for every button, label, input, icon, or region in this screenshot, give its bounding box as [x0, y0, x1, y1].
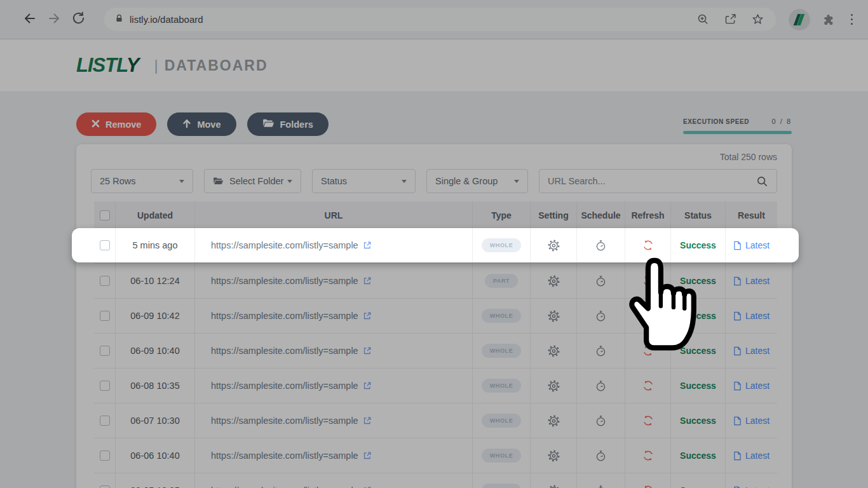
- url-cell[interactable]: https://samplesite.com/listly=sample: [211, 240, 358, 250]
- screen: listly.io/databoard LISTLY | DATABOARD R…: [0, 0, 868, 488]
- external-link-icon[interactable]: [363, 241, 372, 250]
- updated-cell: 5 mins ago: [116, 228, 195, 262]
- status-cell: Success: [680, 240, 716, 250]
- refresh-icon[interactable]: [642, 239, 654, 252]
- row-checkbox[interactable]: [100, 240, 110, 250]
- type-badge: WHOLE: [482, 238, 522, 252]
- tutorial-hand-cursor: [621, 254, 699, 358]
- schedule-stopwatch-icon[interactable]: [595, 240, 607, 252]
- latest-link[interactable]: Latest: [733, 240, 770, 250]
- setting-gear-icon[interactable]: [548, 240, 560, 252]
